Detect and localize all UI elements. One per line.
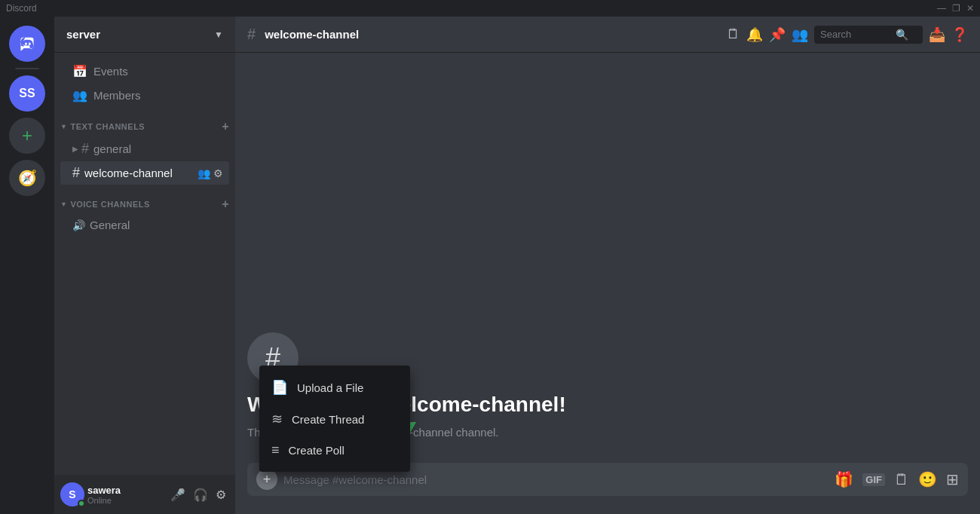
voice-channel-label: General: [90, 219, 130, 231]
server-header-chevron: ▼: [214, 29, 223, 40]
popup-menu: 📄 Upload a File ≋ Create Thread ≡ Create…: [259, 366, 410, 472]
people-grid-icon[interactable]: ⊞: [946, 470, 959, 488]
channel-sidebar: server ▼ 📅 Events 👥 Members ▼ TEXT CHANN…: [54, 17, 235, 514]
app-name: Discord: [6, 3, 37, 14]
create-thread-icon: ≋: [271, 411, 283, 427]
notifications-icon[interactable]: 🔔: [746, 26, 763, 43]
add-members-icon: 👥: [198, 167, 210, 179]
channel-arrow: ▶: [72, 145, 78, 153]
server-header[interactable]: server ▼: [54, 17, 235, 53]
message-input[interactable]: [283, 473, 835, 486]
add-server-button[interactable]: +: [9, 118, 45, 154]
channel-header: # welcome-channel 🗒 🔔 📌 👥 🔍 📥 ❓: [235, 17, 980, 53]
settings-button[interactable]: ⚙: [213, 485, 229, 505]
pin-icon[interactable]: 📌: [769, 26, 786, 43]
user-controls: 🎤 🎧 ⚙: [167, 485, 229, 505]
status-dot: [78, 500, 85, 507]
maximize-button[interactable]: ❐: [952, 3, 960, 14]
events-icon: 📅: [72, 64, 87, 78]
message-input-area: 📄 Upload a File ≋ Create Thread ≡ Create…: [235, 463, 980, 514]
search-bar[interactable]: 🔍: [814, 26, 923, 44]
help-icon[interactable]: ❓: [951, 26, 968, 43]
header-icons: 🗒 🔔 📌 👥 🔍 📥 ❓: [727, 26, 968, 44]
speaker-icon: 🔊: [72, 219, 85, 231]
events-label: Events: [93, 65, 128, 78]
text-channels-arrow: ▼: [60, 123, 67, 130]
search-icon: 🔍: [896, 29, 908, 41]
server-icon-ss[interactable]: SS: [9, 75, 45, 112]
add-server-icon: +: [22, 125, 32, 146]
title-bar: Discord — ❐ ✕: [0, 0, 980, 17]
channel-item-welcome[interactable]: # welcome-channel 👥 ⚙: [60, 161, 229, 185]
add-voice-channel-button[interactable]: +: [222, 197, 229, 211]
voice-channels-arrow: ▼: [60, 200, 67, 208]
members-label: Members: [93, 89, 141, 102]
sticker-icon[interactable]: 🗒: [894, 471, 909, 488]
explore-icon: 🧭: [18, 169, 37, 187]
server-initials: SS: [19, 87, 35, 100]
upload-file-button[interactable]: 📄 Upload a File: [259, 372, 410, 403]
emoji-icon[interactable]: 🙂: [918, 470, 937, 488]
upload-file-icon: 📄: [271, 379, 288, 396]
microphone-button[interactable]: 🎤: [167, 485, 188, 505]
channel-label-welcome: welcome-channel: [84, 167, 173, 179]
voice-channels-category[interactable]: ▼ VOICE CHANNELS +: [54, 185, 235, 214]
create-thread-button[interactable]: ≋ Create Thread: [259, 403, 410, 435]
channel-icons: 👥 ⚙: [198, 167, 223, 179]
username: sawera: [87, 485, 164, 496]
create-poll-button[interactable]: ≡ Create Poll: [259, 435, 410, 466]
channel-item-voice-general[interactable]: 🔊 General: [60, 215, 229, 235]
settings-icon: ⚙: [213, 167, 223, 179]
hash-icon: #: [81, 141, 89, 157]
user-status: Online: [87, 496, 164, 505]
avatar-initials: S: [69, 488, 75, 500]
user-avatar: S: [60, 482, 84, 506]
search-input[interactable]: [820, 29, 896, 40]
window-controls: — ❐ ✕: [937, 3, 974, 14]
server-sidebar: SS + 🧭: [0, 17, 54, 514]
members-icon: 👥: [72, 88, 87, 102]
hash-icon: #: [72, 165, 80, 181]
gift-icon[interactable]: 🎁: [835, 470, 853, 488]
inbox-icon[interactable]: 📥: [929, 26, 945, 43]
channel-item-general[interactable]: ▶ # general: [60, 137, 229, 161]
threads-icon[interactable]: 🗒: [727, 26, 740, 42]
server-name: server: [66, 28, 100, 41]
upload-file-label: Upload a File: [297, 381, 363, 394]
main-content: # welcome-channel 🗒 🔔 📌 👥 🔍 📥 ❓ #: [235, 17, 980, 514]
headset-button[interactable]: 🎧: [190, 485, 211, 505]
channel-label-general: general: [93, 142, 131, 155]
explore-servers-button[interactable]: 🧭: [9, 160, 45, 196]
channel-header-name: welcome-channel: [265, 28, 359, 41]
sidebar-item-events[interactable]: 📅 Events: [60, 60, 229, 83]
input-right-icons: 🎁 GIF 🗒 🙂 ⊞: [835, 470, 959, 488]
add-text-channel-button[interactable]: +: [222, 120, 229, 133]
members-list-icon[interactable]: 👥: [792, 26, 808, 43]
server-divider: [15, 68, 39, 69]
channel-list: 📅 Events 👥 Members ▼ TEXT CHANNELS + ▶ #…: [54, 53, 235, 475]
minimize-button[interactable]: —: [937, 3, 946, 14]
plus-button[interactable]: +: [256, 469, 277, 490]
voice-channels-label: VOICE CHANNELS: [70, 200, 149, 209]
close-button[interactable]: ✕: [966, 3, 974, 14]
user-panel: S sawera Online 🎤 🎧 ⚙: [54, 475, 235, 514]
text-channels-category[interactable]: ▼ TEXT CHANNELS +: [54, 108, 235, 136]
channel-hash-icon: #: [247, 26, 256, 43]
text-channels-label: TEXT CHANNELS: [70, 122, 145, 131]
create-thread-label: Create Thread: [292, 413, 364, 426]
gif-icon[interactable]: GIF: [862, 473, 885, 486]
user-info: sawera Online: [87, 485, 164, 505]
discord-home-button[interactable]: [9, 26, 45, 62]
sidebar-item-members[interactable]: 👥 Members: [60, 84, 229, 107]
create-poll-icon: ≡: [271, 442, 280, 458]
create-poll-label: Create Poll: [289, 444, 345, 457]
